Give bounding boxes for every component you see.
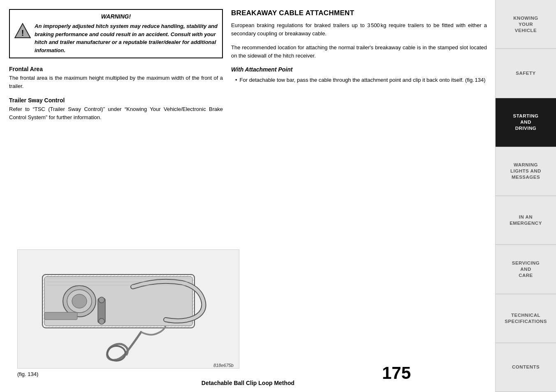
content-area: WARNING! ! An improperly adjusted hitch …	[0, 0, 495, 392]
bullet-text: For detachable tow bar, pass the cable t…	[240, 76, 486, 84]
warning-content: ! An improperly adjusted hitch system ma…	[14, 22, 218, 54]
sidebar: KNOWING YOUR VEHICLESAFETYSTARTING AND D…	[495, 0, 556, 392]
page-number: 175	[382, 363, 411, 383]
svg-point-10	[107, 346, 125, 361]
bullet-symbol: •	[235, 76, 237, 84]
warning-text: An improperly adjusted hitch system may …	[35, 22, 218, 54]
frontal-area-section: Frontal Area The frontal area is the max…	[9, 66, 223, 90]
trailer-sway-title: Trailer Sway Control	[9, 97, 223, 104]
frontal-area-title: Frontal Area	[9, 66, 223, 72]
sub-heading: With Attachment Point	[231, 66, 487, 73]
warning-icon: !	[14, 22, 31, 39]
warning-box: WARNING! ! An improperly adjusted hitch …	[9, 9, 223, 58]
trailer-sway-section: Trailer Sway Control Refer to “TSC (Trai…	[9, 97, 223, 122]
bullet-item: • For detachable tow bar, pass the cable…	[235, 76, 487, 84]
figure-image: 818e675b	[17, 249, 239, 369]
svg-text:!: !	[21, 28, 24, 37]
sidebar-item-servicing-and-care[interactable]: SERVICING AND CARE	[496, 245, 556, 294]
svg-point-13	[99, 318, 104, 324]
sidebar-item-starting-and-driving[interactable]: STARTING AND DRIVING	[496, 98, 556, 147]
sidebar-item-in-an-emergency[interactable]: IN AN EMERGENCY	[496, 196, 556, 245]
sidebar-item-warning-lights-and-messages[interactable]: WARNING LIGHTS AND MESSAGES	[496, 147, 556, 196]
left-column: WARNING! ! An improperly adjusted hitch …	[9, 9, 223, 241]
sidebar-item-technical-specifications[interactable]: TECHNICAL SPECIFICATIONS	[496, 294, 556, 343]
right-column: BREAKAWAY CABLE ATTACHMENT European brak…	[231, 9, 487, 241]
svg-point-9	[72, 294, 87, 308]
page-wrapper: WARNING! ! An improperly adjusted hitch …	[0, 0, 556, 392]
warning-title: WARNING!	[14, 13, 218, 20]
bottom-section: Detachable Ball Clip Loop Method 175	[9, 377, 487, 388]
para1: European braking regulations for braked …	[231, 21, 487, 38]
two-column-layout: WARNING! ! An improperly adjusted hitch …	[9, 9, 487, 241]
svg-rect-14	[44, 312, 77, 320]
bottom-caption: Detachable Ball Clip Loop Method	[202, 380, 294, 386]
trailer-sway-body: Refer to “TSC (Trailer Sway Control)” un…	[9, 105, 223, 122]
figure-caption: (fig. 134)	[17, 371, 38, 377]
svg-point-12	[99, 297, 104, 303]
frontal-area-body: The frontal area is the maximum height m…	[9, 74, 223, 90]
figure-area: 818e675b (fig. 134)	[9, 249, 487, 377]
sidebar-item-contents[interactable]: CONTENTS	[496, 343, 556, 392]
svg-text:818e675b: 818e675b	[213, 363, 234, 368]
para2: The recommended location for attaching t…	[231, 44, 487, 60]
sidebar-item-knowing-your-vehicle[interactable]: KNOWING YOUR VEHICLE	[496, 0, 556, 49]
main-heading: BREAKAWAY CABLE ATTACHMENT	[231, 9, 487, 17]
sidebar-item-safety[interactable]: SAFETY	[496, 49, 556, 98]
